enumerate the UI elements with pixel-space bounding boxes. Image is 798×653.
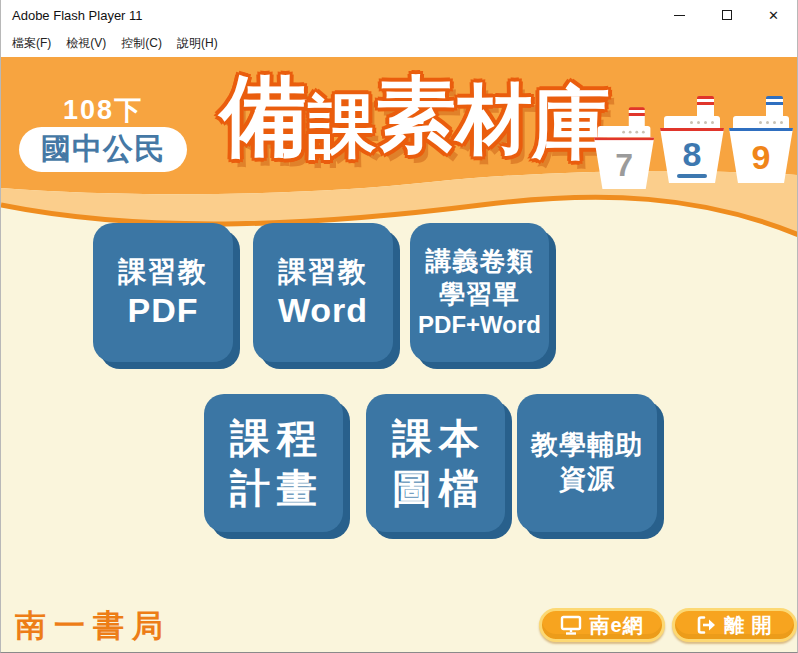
flash-stage: 108下 國中公民 備 課 素 材 庫 7 8 — [1, 57, 798, 653]
tile-label: 計畫 — [223, 463, 324, 513]
boat-deck-icon — [733, 116, 789, 128]
boat-funnel-icon — [697, 96, 714, 116]
exit-button[interactable]: 離 開 — [672, 608, 797, 642]
tile-label: 講義卷類 — [426, 245, 534, 278]
semester-label: 108下 — [19, 92, 187, 128]
tile-label: 教學輔助 — [531, 429, 643, 463]
grade-8-boat-button[interactable]: 8 — [660, 96, 724, 183]
boat-deck-icon — [664, 116, 720, 128]
tile-label: 學習單 — [439, 278, 520, 311]
menu-help[interactable]: 說明(H) — [177, 35, 218, 52]
tile-label: 課程 — [223, 413, 324, 463]
tile-label: PDF+Word — [418, 310, 541, 340]
publisher-logo: 南一書局 — [15, 605, 171, 647]
window-controls: ✕ — [656, 0, 797, 30]
grade-7-boat-button[interactable]: 7 — [594, 107, 654, 189]
tile-label: Word — [278, 289, 368, 332]
nan-e-net-label: 南e網 — [589, 612, 643, 639]
tile-label: 資源 — [559, 463, 615, 497]
boat-funnel-icon — [629, 107, 645, 126]
nan-e-net-button[interactable]: 南e網 — [539, 608, 665, 642]
grade-9-boat-button[interactable]: 9 — [729, 96, 793, 183]
menu-file[interactable]: 檔案(F) — [12, 35, 51, 52]
tile-handouts-worksheets[interactable]: 講義卷類 學習單 PDF+Word — [410, 223, 549, 362]
tile-teaching-resources[interactable]: 教學輔助 資源 — [517, 394, 657, 532]
menu-control[interactable]: 控制(C) — [121, 35, 162, 52]
exit-icon — [696, 615, 717, 635]
boat-deck-icon — [598, 126, 651, 137]
boat-funnel-icon — [766, 96, 783, 116]
tile-curriculum-plan[interactable]: 課程 計畫 — [204, 394, 343, 532]
exit-label: 離 開 — [724, 612, 773, 639]
title-bar: Adobe Flash Player 11 ✕ — [1, 0, 797, 30]
grade-8-number: 8 — [683, 137, 702, 171]
tile-label: PDF — [128, 289, 199, 332]
flash-player-window: Adobe Flash Player 11 ✕ 檔案(F) 檢視(V) 控制(C… — [0, 0, 798, 653]
minimize-icon — [674, 15, 685, 16]
boat-hull-icon: 9 — [729, 128, 793, 183]
grade-9-number: 9 — [752, 140, 771, 174]
title-char: 材 — [456, 75, 532, 162]
grade-selector: 7 8 9 — [594, 96, 798, 242]
tile-coursebook-word[interactable]: 課習教 Word — [253, 223, 393, 362]
tile-label: 課習教 — [118, 254, 208, 289]
minimize-button[interactable] — [656, 0, 703, 30]
tile-label: 圖檔 — [385, 463, 486, 513]
app-title: 備 課 素 材 庫 — [220, 57, 610, 158]
subject-label: 國中公民 — [41, 129, 165, 170]
tile-textbook-images[interactable]: 課本 圖檔 — [366, 394, 505, 532]
tile-coursebook-pdf[interactable]: 課習教 PDF — [93, 223, 233, 362]
close-icon: ✕ — [768, 9, 779, 22]
title-char: 素 — [376, 69, 456, 161]
grade-7-number: 7 — [615, 149, 633, 181]
menu-view[interactable]: 檢視(V) — [66, 35, 106, 52]
title-char: 課 — [308, 87, 376, 165]
maximize-button[interactable] — [703, 0, 750, 30]
title-char: 備 — [220, 65, 308, 166]
tile-label: 課本 — [385, 413, 486, 463]
monitor-icon — [560, 615, 582, 635]
boat-hull-icon: 8 — [660, 128, 724, 183]
selected-grade-underline — [677, 174, 707, 178]
close-button[interactable]: ✕ — [750, 0, 797, 30]
boat-hull-icon: 7 — [594, 137, 654, 189]
menu-bar: 檔案(F) 檢視(V) 控制(C) 說明(H) — [1, 30, 797, 57]
subject-badge: 國中公民 — [19, 127, 187, 172]
maximize-icon — [722, 10, 732, 20]
tile-label: 課習教 — [278, 254, 368, 289]
window-title: Adobe Flash Player 11 — [1, 8, 143, 23]
